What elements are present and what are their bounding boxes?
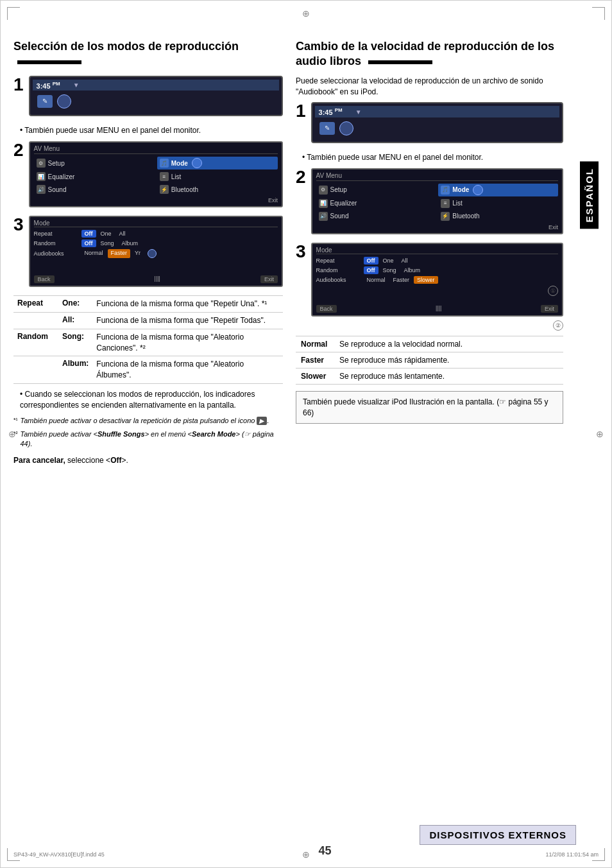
right-av-mode[interactable]: 🎵 Mode <box>438 184 558 196</box>
crosshair-left: ⊕ <box>8 429 16 439</box>
term-random: Random <box>13 329 58 356</box>
mode-spacer <box>34 260 278 273</box>
left-mode-title: Mode <box>34 220 278 227</box>
right-mode-screen: Mode Repeat Off One All Random <box>311 243 563 317</box>
right-random-album[interactable]: Album <box>401 266 424 274</box>
right-step-number-3: 3 <box>296 243 306 261</box>
right-random-song[interactable]: Song <box>380 266 400 274</box>
right-term-normal: Normal <box>296 336 334 352</box>
av-menu-mode[interactable]: 🎵 Mode <box>157 157 278 169</box>
repeat-all[interactable]: All <box>116 230 129 238</box>
circle-1-container: ① <box>316 286 558 296</box>
right-av-bluetooth: ⚡ Bluetooth <box>438 211 558 222</box>
right-audiobooks-slower[interactable]: Slower <box>414 276 438 284</box>
subterm-song: Song: <box>58 329 92 356</box>
right-audiobooks-normal[interactable]: Normal <box>364 276 389 284</box>
right-mode-touch <box>473 185 483 195</box>
right-repeat-off[interactable]: Off <box>364 257 378 265</box>
repeat-label: Repeat <box>34 230 79 237</box>
audiobooks-faster[interactable]: Faster <box>108 249 131 258</box>
mode-back-exit: Back |||| Exit <box>34 275 278 283</box>
left-av-menu-grid: ⚙ Setup 🎵 Mode 📊 <box>34 157 278 195</box>
right-random-off[interactable]: Off <box>364 266 378 274</box>
left-av-menu-screen: AV Menu ⚙ Setup 🎵 Mode <box>29 141 283 207</box>
right-av-menu-exit[interactable]: Exit <box>316 224 558 230</box>
right-mode-back-exit: Back |||| Exit <box>316 305 558 313</box>
right-def-faster: Se reproduce más rápidamente. <box>334 352 563 368</box>
right-mode-icon: 🎵 <box>441 186 450 195</box>
table-row: Slower Se reproduce más lentamente. <box>296 368 563 384</box>
term-blank2 <box>13 356 58 384</box>
right-av-equalizer: 📊 Equalizer <box>316 198 436 209</box>
right-repeat-all[interactable]: All <box>398 257 411 265</box>
table-row: All: Funciona de la misma forma que "Rep… <box>13 313 283 329</box>
step-number-1: 1 <box>13 76 24 94</box>
right-term-slower: Slower <box>296 368 334 384</box>
table-row: Random Song: Funciona de la misma forma … <box>13 329 283 356</box>
right-step-number-1: 1 <box>296 102 306 120</box>
right-random-label: Random <box>316 267 361 273</box>
def-all: Funciona de la misma forma que "Repetir … <box>92 313 283 329</box>
left-step-1: 1 3:45 PM ▼ ✎ <box>13 76 283 121</box>
right-term-faster: Faster <box>296 352 334 368</box>
av-menu-sound: 🔊 Sound <box>34 184 155 195</box>
right-step-number-2: 2 <box>296 168 306 186</box>
av-menu-equalizer: 📊 Equalizer <box>34 171 155 182</box>
note-text-1: También puede activar o desactivar la re… <box>21 416 269 426</box>
subterm-album: Album: <box>58 356 92 384</box>
right-section-title: Cambio de la velocidad de reproducción d… <box>296 39 563 69</box>
right-av-menu-screen: AV Menu ⚙ Setup 🎵 Mode <box>311 168 563 234</box>
left-section-title: Selección de los modos de reproducción <box>13 39 283 69</box>
right-repeat-row: Repeat Off One All <box>316 257 558 265</box>
note-star-1: *¹ <box>13 416 18 426</box>
def-one: Funciona de la misma forma que "Repetir … <box>92 296 283 313</box>
repeat-off[interactable]: Off <box>81 230 96 238</box>
back-button[interactable]: Back <box>34 275 55 283</box>
equalizer-icon: 📊 <box>37 172 46 181</box>
right-repeat-one[interactable]: One <box>380 257 397 265</box>
term-repeat: Repeat <box>13 296 58 313</box>
right-av-list: ≡ List <box>438 198 558 209</box>
left-column: Selección de los modos de reproducción 1… <box>13 39 283 471</box>
mode-audiobooks-row: Audiobooks Normal Faster Yr <box>34 249 278 258</box>
corner-mark-tl <box>7 7 20 20</box>
left-step1-content: 3:45 PM ▼ ✎ <box>29 76 283 121</box>
crosshair-right: ⊕ <box>596 429 604 439</box>
right-step1-content: 3:45 PM ▼ ✎ <box>311 102 563 147</box>
page-number: 45 <box>319 844 332 858</box>
right-av-menu-title: AV Menu <box>316 172 558 181</box>
left-screen-1: 3:45 PM ▼ ✎ <box>29 76 283 117</box>
right-step-3: 3 Mode Repeat Off One All <box>296 243 563 331</box>
right-step-2: 2 AV Menu ⚙ Setup 🎵 Mode <box>296 168 563 238</box>
bluetooth-icon: ⚡ <box>160 185 169 194</box>
audiobooks-touch <box>148 249 157 258</box>
random-off[interactable]: Off <box>81 239 96 247</box>
circle-indicator-1: ① <box>548 286 558 296</box>
right-setup-icon: ⚙ <box>319 186 328 195</box>
circle-2-container: ② <box>311 320 563 331</box>
audiobooks-normal[interactable]: Normal <box>81 249 106 258</box>
right-screen1-arrow: ▼ <box>355 108 362 116</box>
right-back-button[interactable]: Back <box>316 305 337 313</box>
list-icon: ≡ <box>160 172 169 181</box>
audiobooks-yr[interactable]: Yr <box>132 249 144 258</box>
page: ⊕ ⊕ ⊕ ⊕ ESPAÑOL Selección de los modos d… <box>0 0 612 868</box>
right-info-box: También puede visualizar iPod Ilustració… <box>296 391 563 424</box>
right-exit-button[interactable]: Exit <box>541 305 558 313</box>
exit-dots: |||| <box>155 275 160 283</box>
random-options: Off Song Album <box>81 239 278 247</box>
right-def-slower: Se reproduce más lentamente. <box>334 368 563 384</box>
right-bluetooth-icon: ⚡ <box>441 212 450 221</box>
left-screen1-icon: ✎ <box>37 95 53 108</box>
left-screen1-body: ✎ <box>33 91 279 112</box>
right-audiobooks-faster[interactable]: Faster <box>390 276 413 284</box>
mode-repeat-row: Repeat Off One All <box>34 230 278 238</box>
repeat-one[interactable]: One <box>98 230 115 238</box>
exit-button[interactable]: Exit <box>260 275 278 283</box>
random-album[interactable]: Album <box>119 239 142 247</box>
random-song[interactable]: Song <box>98 239 117 247</box>
right-repeat-options: Off One All <box>364 257 558 265</box>
left-mode-screen: Mode Repeat Off One All Rando <box>29 216 283 287</box>
term-blank <box>13 313 58 329</box>
left-av-menu-exit[interactable]: Exit <box>34 197 278 204</box>
